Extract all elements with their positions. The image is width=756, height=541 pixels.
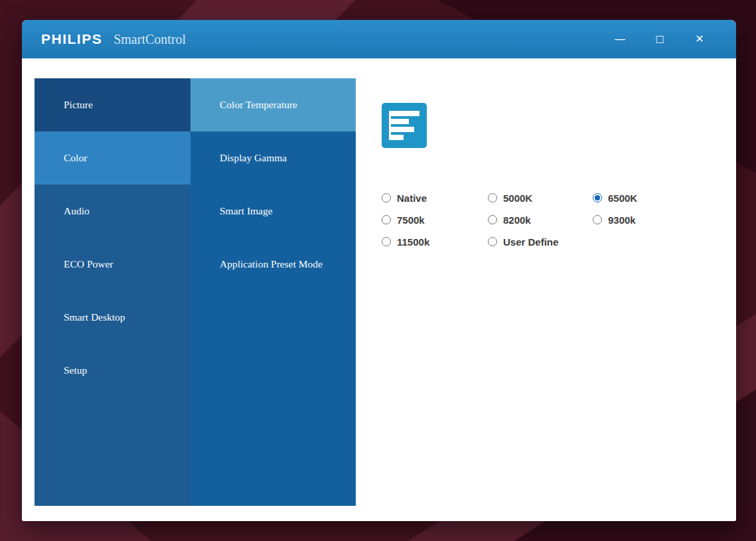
titlebar[interactable]: PHILIPS SmartControl — □ ✕	[22, 20, 736, 58]
minimize-button[interactable]: —	[611, 31, 629, 48]
radio-circle[interactable]	[593, 193, 602, 202]
radio-label: Native	[397, 193, 427, 204]
color-temperature-options: Native 5000K 6500K 7500k 8200k	[382, 191, 723, 248]
sidebar-item-application-preset-mode[interactable]: Application Preset Mode	[190, 238, 356, 291]
sidebar-item-smart-desktop[interactable]: Smart Desktop	[35, 291, 190, 344]
philips-logo: PHILIPS	[41, 31, 102, 47]
radio-circle[interactable]	[488, 237, 497, 246]
maximize-button[interactable]: □	[651, 31, 668, 48]
radio-label: 9300k	[608, 214, 636, 226]
radio-circle[interactable]	[488, 215, 497, 224]
radio-label: 7500k	[397, 214, 425, 226]
radio-circle[interactable]	[488, 193, 497, 202]
radio-option-7500k[interactable]: 7500k	[382, 213, 488, 226]
radio-circle[interactable]	[382, 193, 391, 202]
sidebar-item-audio[interactable]: Audio	[35, 185, 190, 238]
sidebar-item-setup[interactable]: Setup	[35, 344, 190, 397]
window-content: Picture Color Audio ECO Power Smart Desk…	[22, 58, 736, 521]
radio-option-9300k[interactable]: 9300k	[593, 213, 706, 226]
desktop: { "titlebar": { "brand": "PHILIPS", "app…	[0, 0, 756, 541]
sidebar: Picture Color Audio ECO Power Smart Desk…	[35, 78, 356, 506]
sidebar-item-display-gamma[interactable]: Display Gamma	[190, 131, 356, 185]
radio-label: 6500K	[608, 193, 637, 204]
radio-option-user-define[interactable]: User Define	[488, 235, 593, 248]
sidebar-item-picture[interactable]: Picture	[35, 78, 190, 131]
sidebar-secondary-column: Color Temperature Display Gamma Smart Im…	[190, 78, 356, 506]
radio-option-5000k[interactable]: 5000K	[488, 191, 593, 204]
sidebar-item-eco-power[interactable]: ECO Power	[35, 238, 190, 291]
app-title: SmartControl	[113, 32, 186, 47]
radio-option-8200k[interactable]: 8200k	[488, 213, 593, 226]
radio-label: 5000K	[503, 193, 532, 204]
sidebar-primary-filler	[35, 397, 190, 506]
radio-circle[interactable]	[382, 215, 391, 224]
radio-option-11500k[interactable]: 11500k	[382, 235, 488, 248]
close-button[interactable]: ✕	[691, 31, 708, 48]
radio-circle[interactable]	[593, 215, 602, 224]
radio-circle[interactable]	[382, 237, 391, 246]
main-pane: Native 5000K 6500K 7500k 8200k	[356, 58, 736, 521]
window-controls: — □ ✕	[611, 31, 736, 48]
radio-option-6500k[interactable]: 6500K	[593, 191, 706, 204]
sidebar-secondary-filler	[190, 291, 356, 506]
smartcontrol-window: PHILIPS SmartControl — □ ✕ Picture Color…	[22, 20, 736, 521]
color-temperature-levels-icon	[382, 103, 427, 148]
sidebar-item-color[interactable]: Color	[35, 131, 190, 185]
sidebar-item-smart-image[interactable]: Smart Image	[190, 185, 356, 238]
radio-label: User Define	[503, 236, 558, 248]
radio-option-native[interactable]: Native	[382, 191, 488, 204]
sidebar-item-color-temperature[interactable]: Color Temperature	[190, 78, 356, 131]
radio-label: 8200k	[503, 214, 531, 226]
radio-label: 11500k	[397, 236, 429, 248]
sidebar-primary-column: Picture Color Audio ECO Power Smart Desk…	[35, 78, 190, 506]
